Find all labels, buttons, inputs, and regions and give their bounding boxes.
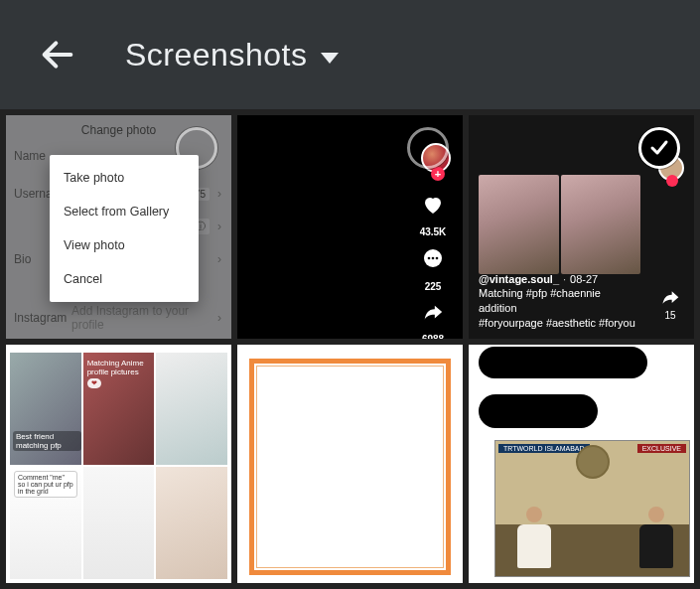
collage-cell	[83, 467, 155, 579]
menu-item: Cancel	[50, 262, 199, 296]
channel-tag: TRTWORLD ISLAMABAD	[498, 444, 590, 453]
menu-item: View photo	[50, 228, 199, 262]
menu-item: Take photo	[50, 161, 199, 195]
share-icon	[420, 302, 446, 324]
svg-point-2	[432, 257, 435, 260]
share-count: 6988	[413, 334, 453, 339]
thumbnail-item[interactable]	[237, 345, 463, 583]
video-preview	[479, 175, 640, 274]
folder-dropdown[interactable]: Screenshots	[125, 37, 339, 74]
menu-item: Select from Gallery	[50, 195, 199, 228]
thumbnail-item[interactable]: + 43.5K 225 6988	[237, 115, 463, 339]
app-header: Screenshots	[0, 0, 700, 109]
follow-plus-icon	[666, 175, 678, 187]
back-icon[interactable]	[38, 35, 77, 74]
exclusive-badge: EXCLUSIVE	[637, 444, 686, 453]
svg-point-3	[436, 257, 439, 260]
like-count: 43.5K	[413, 226, 453, 237]
video-caption: @vintage.soul_·08-27 Matching #pfp #chae…	[479, 272, 640, 331]
selection-check-icon	[638, 127, 680, 169]
follow-plus-icon: +	[431, 167, 445, 181]
thumbnail-item[interactable]: 15 @vintage.soul_·08-27 Matching #pfp #c…	[469, 115, 694, 339]
folder-title: Screenshots	[125, 37, 307, 74]
collage-cell: Matching Anime profile pictures ❤	[83, 353, 155, 465]
redaction-bar	[479, 394, 598, 428]
comment-count: 225	[413, 281, 453, 292]
caption-user: @vintage.soul_	[479, 273, 559, 285]
thumbnail-item[interactable]: TRTWORLD ISLAMABAD EXCLUSIVE	[469, 345, 694, 583]
chevron-down-icon	[321, 53, 339, 64]
collage-cell: Comment "me" so i can put ur pfp in the …	[10, 467, 81, 579]
person-figure	[513, 507, 555, 570]
collage-cell: Best friend matching pfp	[10, 353, 81, 465]
gallery-picker-screen: Screenshots Change photo Name Userna ,67…	[0, 0, 700, 589]
broadcast-preview: TRTWORLD ISLAMABAD EXCLUSIVE	[494, 440, 690, 577]
thumbnail-item[interactable]: Change photo Name Userna ,675 › x 675 ⓘ …	[6, 115, 231, 339]
collage-preview: Best friend matching pfp Matching Anime …	[10, 353, 227, 579]
photo-options-menu: Take photo Select from Gallery View phot…	[50, 155, 199, 302]
caption-line: #foryourpage #aesthetic #foryou	[479, 317, 635, 329]
engagement-column: 43.5K 225 6988	[413, 193, 453, 339]
orange-frame	[249, 359, 451, 575]
caption-date: 08-27	[570, 273, 598, 285]
share-block: 15	[658, 288, 682, 321]
selection-ring-icon	[407, 127, 449, 169]
caption-line: Matching #pfp #chaennie addition	[479, 287, 601, 314]
person-figure	[635, 507, 677, 570]
thumbnail-grid: Change photo Name Userna ,675 › x 675 ⓘ …	[0, 109, 700, 589]
emblem-icon	[576, 445, 610, 479]
share-count: 15	[658, 310, 682, 321]
thumbnail-item[interactable]: Best friend matching pfp Matching Anime …	[6, 345, 231, 583]
svg-point-1	[428, 257, 431, 260]
comment-icon	[421, 247, 445, 271]
heart-icon	[420, 193, 446, 217]
redaction-bar	[479, 347, 647, 378]
collage-cell	[156, 467, 227, 579]
collage-cell	[156, 353, 227, 465]
